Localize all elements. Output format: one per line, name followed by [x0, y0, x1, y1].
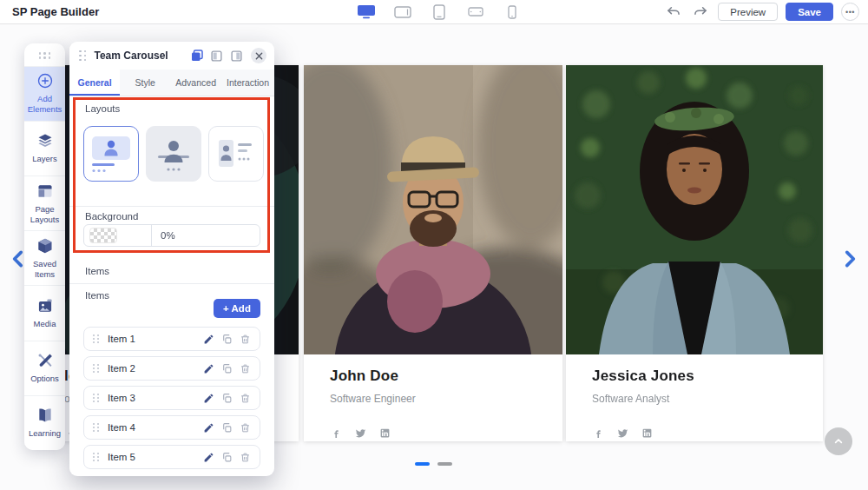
delete-icon[interactable] [239, 392, 252, 405]
twitter-icon[interactable] [354, 427, 366, 439]
twitter-icon[interactable] [616, 427, 628, 439]
duplicate-icon[interactable] [220, 392, 233, 405]
team-photo-john-doe [304, 65, 562, 354]
tab-interaction[interactable]: Interaction [221, 70, 274, 96]
background-opacity-value[interactable]: 0% [152, 230, 260, 241]
item-label: Item 4 [108, 422, 197, 433]
delete-icon[interactable] [239, 421, 252, 434]
preview-button[interactable]: Preview [718, 3, 778, 21]
sidebar-item-label: Learning [29, 428, 61, 439]
delete-icon[interactable] [239, 333, 252, 346]
item-row-2[interactable]: Item 2 [83, 356, 260, 381]
team-card-john-doe: John Doe Software Engineer [304, 65, 562, 441]
edit-icon[interactable] [202, 362, 215, 375]
ellipsis-icon: ••• [845, 8, 855, 17]
item-drag-handle-icon[interactable] [92, 452, 100, 462]
duplicate-icon[interactable] [220, 421, 233, 434]
sidebar-item-add-elements[interactable]: Add Elements [24, 66, 65, 121]
sidebar-item-layers[interactable]: Layers [24, 121, 65, 175]
tab-advanced[interactable]: Advanced [170, 70, 221, 96]
tab-general[interactable]: General [69, 70, 120, 96]
sidebar-item-label: Add Elements [26, 94, 63, 115]
delete-icon[interactable] [239, 451, 252, 464]
items-field-label: Items [85, 290, 109, 301]
delete-icon[interactable] [239, 362, 252, 375]
tab-style[interactable]: Style [120, 70, 170, 96]
app-title: SP Page Builder [12, 5, 99, 18]
item-label: Item 2 [108, 363, 197, 374]
background-color-picker[interactable] [84, 225, 152, 246]
facebook-icon[interactable] [592, 427, 604, 439]
chevron-right-icon [838, 248, 861, 270]
more-options-button[interactable]: ••• [841, 3, 859, 21]
toolbar-actions: Preview Save ••• [664, 0, 859, 23]
sidebar-item-label: Layers [32, 154, 57, 164]
edit-icon[interactable] [202, 333, 215, 346]
close-icon[interactable] [251, 48, 266, 63]
linkedin-icon[interactable] [378, 427, 391, 439]
tablet-portrait-icon[interactable] [429, 3, 450, 22]
edit-icon[interactable] [202, 451, 215, 464]
layout-options [83, 126, 264, 182]
item-row-4[interactable]: Item 4 [83, 415, 260, 440]
edit-icon[interactable] [202, 421, 215, 434]
linkedin-icon[interactable] [641, 427, 653, 439]
sidebar-item-label: Saved Items [26, 259, 63, 280]
facebook-icon[interactable] [330, 427, 342, 439]
member-role: Software Analyst [592, 393, 797, 405]
item-row-3[interactable]: Item 3 [83, 386, 260, 410]
dock-left-icon[interactable] [209, 49, 224, 63]
duplicate-icon[interactable] [220, 333, 233, 346]
item-drag-handle-icon[interactable] [92, 393, 100, 403]
panel-drag-handle-icon[interactable] [77, 49, 89, 63]
duplicate-icon[interactable] [220, 451, 233, 464]
responsive-device-switcher [356, 0, 523, 23]
sidebar-item-label: Media [34, 319, 56, 329]
undo-icon[interactable] [664, 4, 683, 20]
layout-option-image-top[interactable] [83, 126, 139, 182]
social-links [592, 427, 797, 439]
pagination-dash-1[interactable] [415, 462, 430, 466]
item-label: Item 5 [108, 452, 197, 462]
member-role: Software Engineer [330, 393, 536, 405]
add-item-button[interactable]: + Add [214, 299, 260, 318]
layout-option-image-centered[interactable] [146, 126, 201, 182]
layout-image-top-thumbnail [90, 133, 132, 175]
sidebar-item-label: Page Layouts [26, 204, 63, 225]
sidebar-item-label: Options [30, 374, 59, 384]
transparent-swatch-icon [89, 228, 117, 243]
dock-right-icon[interactable] [229, 49, 244, 63]
carousel-next-button[interactable] [838, 248, 861, 270]
duplicate-icon[interactable] [220, 362, 233, 375]
learning-icon [36, 407, 54, 424]
mobile-landscape-icon[interactable] [465, 3, 486, 22]
sidebar-item-learning[interactable]: Learning [24, 395, 65, 450]
sidebar-item-options[interactable]: Options [24, 341, 65, 395]
item-label: Item 1 [108, 334, 197, 344]
item-drag-handle-icon[interactable] [92, 363, 100, 374]
edit-icon[interactable] [202, 392, 215, 405]
member-name: Jessica Jones [592, 368, 797, 385]
sidebar-drag-handle-icon[interactable] [37, 50, 53, 61]
tablet-landscape-icon[interactable] [392, 3, 413, 22]
redo-icon[interactable] [691, 4, 710, 20]
panel-header: Team Carousel [69, 42, 274, 70]
popout-icon[interactable] [189, 49, 204, 63]
pagination-dash-2[interactable] [437, 462, 452, 466]
sidebar-item-media[interactable]: Media [24, 285, 65, 340]
item-drag-handle-icon[interactable] [92, 422, 100, 433]
mobile-portrait-icon[interactable] [502, 3, 523, 22]
item-row-1[interactable]: Item 1 [83, 327, 260, 351]
desktop-icon[interactable] [356, 3, 377, 22]
scroll-to-top-button[interactable] [825, 427, 852, 455]
layout-option-image-left[interactable] [208, 126, 264, 182]
sidebar-item-page-layouts[interactable]: Page Layouts [24, 175, 65, 230]
sidebar-item-saved-items[interactable]: Saved Items [24, 230, 65, 285]
item-drag-handle-icon[interactable] [92, 334, 100, 344]
section-divider [69, 206, 274, 207]
section-divider [69, 283, 274, 284]
item-row-5[interactable]: Item 5 [83, 445, 260, 469]
save-button[interactable]: Save [786, 3, 833, 21]
panel-body: Layouts [69, 96, 274, 476]
panel-title: Team Carousel [95, 50, 185, 62]
